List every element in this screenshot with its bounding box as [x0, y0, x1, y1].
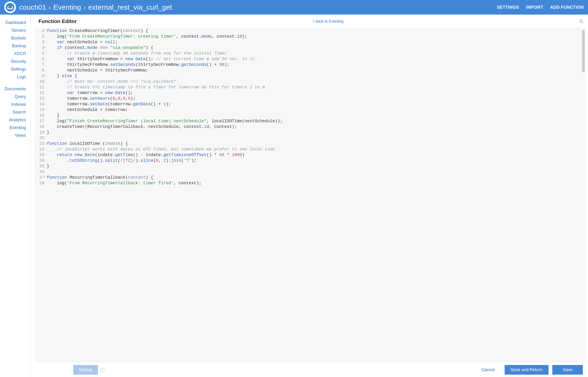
code-line[interactable]: 2 log('From CreateRecurringTimer: creati… — [35, 34, 283, 39]
code-line[interactable]: 13 tomorrow.setHours(0,0,0,0); — [35, 96, 283, 101]
code-line[interactable]: 18 createTimer(RecurringTimerCallback, n… — [35, 124, 283, 130]
sidebar-item-query[interactable]: Query — [0, 93, 30, 101]
code-line[interactable]: 14 tomorrow.setDate(tomorrow.getDate() +… — [35, 101, 283, 107]
breadcrumb-node-section[interactable]: Eventing — [53, 3, 81, 11]
sidebar-item-logs[interactable]: Logs — [0, 73, 30, 81]
code-content[interactable]: // Create UTC timestamp to fire a Timer … — [47, 84, 283, 90]
code-content[interactable]: } — [47, 130, 283, 135]
code-line[interactable]: 20 — [35, 135, 283, 141]
code-line[interactable]: 19} — [35, 130, 283, 135]
code-line[interactable]: 21▾function localISOTime (indate) { — [35, 141, 283, 146]
sidebar-item-indexes[interactable]: Indexes — [0, 101, 30, 108]
debug-button[interactable]: Debug — [73, 365, 98, 375]
fold-marker — [44, 113, 47, 118]
fold-marker[interactable]: ▾ — [44, 73, 47, 79]
sidebar-item-settings[interactable]: Settings — [0, 65, 30, 73]
code-content[interactable]: // JavaScript works with dates as UTC ti… — [47, 146, 283, 152]
save-and-return-button[interactable]: Save and Return — [505, 365, 549, 375]
code-content[interactable]: function RecurringTimerCallback(context)… — [47, 175, 283, 180]
code-content[interactable]: function localISOTime (indate) { — [47, 141, 283, 146]
sidebar-item-search[interactable]: Search — [0, 108, 30, 116]
fold-marker[interactable]: ▾ — [44, 175, 47, 180]
fold-marker[interactable]: ▾ — [44, 45, 47, 50]
code-content[interactable] — [47, 169, 283, 175]
code-content[interactable]: function CreateRecurringTimer(context) { — [47, 28, 283, 34]
code-line[interactable]: 10 // must be: context.mode === "via_cal… — [35, 79, 283, 84]
sidebar-item-documents[interactable]: Documents — [0, 85, 30, 93]
code-line[interactable]: 9▾ } else { — [35, 73, 283, 79]
code-content[interactable]: nextSchedule = tomorrow; — [47, 107, 283, 113]
code-content[interactable]: return new Date(indate.getTime() - indat… — [47, 152, 283, 158]
fold-marker[interactable]: ▾ — [44, 141, 47, 146]
code-content[interactable]: thirtySecFromNow.setSeconds(thirtySecFro… — [47, 62, 283, 68]
code-content[interactable]: tomorrow.setDate(tomorrow.getDate() + 1)… — [47, 101, 283, 107]
scrollbar-vertical[interactable] — [582, 30, 585, 72]
sidebar-item-eventing[interactable]: Eventing — [0, 124, 30, 132]
code-line[interactable]: 3 var nextSchedule = null; — [35, 39, 283, 45]
code-content[interactable]: log('From CreateRecurringTimer: creating… — [47, 34, 283, 39]
fold-marker — [44, 34, 47, 39]
info-icon[interactable]: i — [100, 368, 104, 372]
code-content[interactable]: } — [47, 163, 283, 169]
code-line[interactable]: 28 log('From RecurringTimerCallback: tim… — [35, 180, 283, 186]
sidebar-item-views[interactable]: Views — [0, 132, 30, 139]
code-editor[interactable]: 1▾function CreateRecurringTimer(context)… — [35, 28, 586, 362]
code-content[interactable]: var nextSchedule = null; — [47, 39, 283, 45]
code-line[interactable]: 11 // Create UTC timestamp to fire a Tim… — [35, 84, 283, 90]
gutter-line-number: 18 — [35, 124, 44, 130]
breadcrumb: couch01 › Eventing › external_rest_via_c… — [19, 3, 497, 11]
code-content[interactable]: nextSchedule = thirtySecFromNow; — [47, 68, 283, 73]
code-content[interactable]: .toISOString().split(/[TZ]/).slice(0, 2)… — [47, 158, 283, 163]
fold-marker — [44, 135, 47, 141]
sidebar-item-servers[interactable]: Servers — [0, 26, 30, 34]
gutter-line-number: 14 — [35, 101, 44, 107]
code-line[interactable]: 7 thirtySecFromNow.setSeconds(thirtySecF… — [35, 62, 283, 68]
code-content[interactable]: createTimer(RecurringTimerCallback, next… — [47, 124, 283, 130]
code-line[interactable]: 12 var tomorrow = new Date(); — [35, 90, 283, 96]
fold-marker[interactable]: ▾ — [44, 28, 47, 34]
sidebar-item-dashboard[interactable]: Dashboard — [0, 19, 30, 26]
cancel-button[interactable]: Cancel — [475, 365, 501, 375]
code-content[interactable]: } else { — [47, 73, 283, 79]
code-content[interactable]: if (context.mode === "via_onupdate") { — [47, 45, 283, 50]
code-line[interactable]: 24 .toISOString().split(/[TZ]/).slice(0,… — [35, 158, 283, 163]
sidebar-item-security[interactable]: Security — [0, 58, 30, 65]
code-line[interactable]: 16 } — [35, 113, 283, 118]
settings-link[interactable]: SETTINGS — [497, 5, 519, 10]
add-function-link[interactable]: ADD FUNCTION — [550, 5, 584, 10]
code-line[interactable]: 4▾ if (context.mode === "via_onupdate") … — [35, 45, 283, 50]
code-line[interactable]: 23 return new Date(indate.getTime() - in… — [35, 152, 283, 158]
code-line[interactable]: 27▾function RecurringTimerCallback(conte… — [35, 175, 283, 180]
gutter-line-number: 27 — [35, 175, 44, 180]
code-line[interactable]: 15 nextSchedule = tomorrow; — [35, 107, 283, 113]
code-content[interactable]: var tomorrow = new Date(); — [47, 90, 283, 96]
code-line[interactable]: 6 var thirtySecFromNow = new Date(); // … — [35, 56, 283, 62]
code-line[interactable]: 17 log("Finish CreateRecurringTimer (loc… — [35, 118, 283, 124]
gutter-line-number: 17 — [35, 118, 44, 124]
sidebar-item-backup[interactable]: Backup — [0, 42, 30, 50]
code-line[interactable]: 1▾function CreateRecurringTimer(context)… — [35, 28, 283, 34]
sidebar-item-buckets[interactable]: Buckets — [0, 34, 30, 42]
code-content[interactable]: tomorrow.setHours(0,0,0,0); — [47, 96, 283, 101]
code-content[interactable]: // must be: context.mode === "via_callba… — [47, 79, 283, 84]
import-link[interactable]: IMPORT — [526, 5, 543, 10]
code-line[interactable]: 25} — [35, 163, 283, 169]
code-content[interactable]: // Create a timestamp 30 seconds from no… — [47, 50, 283, 56]
sidebar-item-analytics[interactable]: Analytics — [0, 116, 30, 124]
code-line[interactable]: 26 — [35, 169, 283, 175]
code-content[interactable]: log('From RecurringTimerCallback: timer … — [47, 180, 283, 186]
sidebar-item-xdcr[interactable]: XDCR — [0, 50, 30, 58]
code-content[interactable]: log("Finish CreateRecurringTimer (local … — [47, 118, 283, 124]
code-content[interactable] — [47, 135, 283, 141]
code-line[interactable]: 5 // Create a timestamp 30 seconds from … — [35, 50, 283, 56]
code-content[interactable]: } — [47, 113, 283, 118]
save-button[interactable]: Save — [552, 365, 583, 375]
code-line[interactable]: 22 // JavaScript works with dates as UTC… — [35, 146, 283, 152]
search-icon[interactable] — [579, 19, 584, 24]
code-content[interactable]: var thirtySecFromNow = new Date(); // Ge… — [47, 56, 283, 62]
logo[interactable] — [4, 1, 16, 13]
breadcrumb-node-cluster[interactable]: couch01 — [19, 3, 46, 11]
code-line[interactable]: 8 nextSchedule = thirtySecFromNow; — [35, 68, 283, 73]
sidebar-group-data: DocumentsQueryIndexesSearchAnalyticsEven… — [0, 85, 30, 139]
back-to-eventing-link[interactable]: < back to Eventing — [312, 19, 343, 24]
